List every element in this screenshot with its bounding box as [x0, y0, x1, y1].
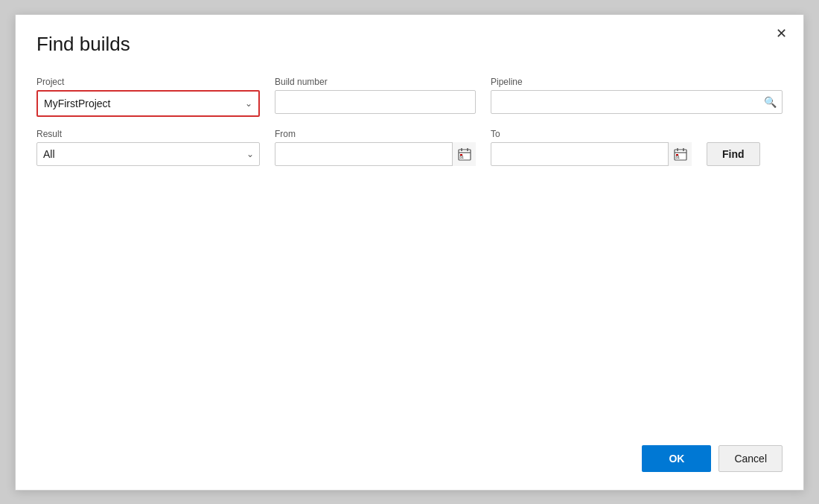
to-date-input[interactable]: [491, 142, 692, 166]
pipeline-label: Pipeline: [491, 77, 783, 87]
cancel-button[interactable]: Cancel: [718, 445, 783, 472]
from-label: From: [275, 129, 476, 139]
close-button[interactable]: ✕: [771, 24, 791, 43]
to-date-wrapper: 31: [491, 142, 692, 166]
to-label: To: [491, 129, 692, 139]
pipeline-input-wrapper: 🔍: [491, 90, 783, 114]
ok-button[interactable]: OK: [642, 445, 711, 472]
find-button[interactable]: Find: [707, 142, 760, 166]
dialog-footer: OK Cancel: [642, 445, 783, 472]
project-select-highlighted: MyFirstProject ⌄: [36, 90, 260, 117]
dialog-overlay: ✕ Find builds Project MyFirstProject ⌄ B…: [0, 0, 819, 504]
project-field-group: Project MyFirstProject ⌄: [36, 77, 260, 117]
svg-text:31: 31: [675, 155, 680, 159]
svg-text:31: 31: [459, 155, 464, 159]
build-number-input[interactable]: [275, 90, 476, 114]
project-label: Project: [36, 77, 260, 87]
form-row-1: Project MyFirstProject ⌄ Build number Pi…: [36, 77, 783, 117]
to-calendar-icon[interactable]: 31: [668, 142, 692, 166]
to-field-group: To 31: [491, 129, 692, 166]
from-calendar-icon[interactable]: 31: [452, 142, 476, 166]
dialog-title: Find builds: [36, 33, 783, 56]
pipeline-field-group: Pipeline 🔍: [491, 77, 783, 114]
project-select[interactable]: MyFirstProject: [38, 92, 258, 115]
pipeline-input[interactable]: [491, 90, 783, 114]
build-number-label: Build number: [275, 77, 476, 87]
from-field-group: From 31: [275, 129, 476, 166]
result-select-wrapper: All ⌄: [36, 142, 260, 166]
find-builds-dialog: ✕ Find builds Project MyFirstProject ⌄ B…: [15, 14, 804, 491]
form-row-2: Result All ⌄ From: [36, 129, 783, 166]
from-date-wrapper: 31: [275, 142, 476, 166]
result-label: Result: [36, 129, 260, 139]
result-field-group: Result All ⌄: [36, 129, 260, 166]
from-date-input[interactable]: [275, 142, 476, 166]
result-select[interactable]: All: [36, 142, 260, 166]
build-number-field-group: Build number: [275, 77, 476, 114]
